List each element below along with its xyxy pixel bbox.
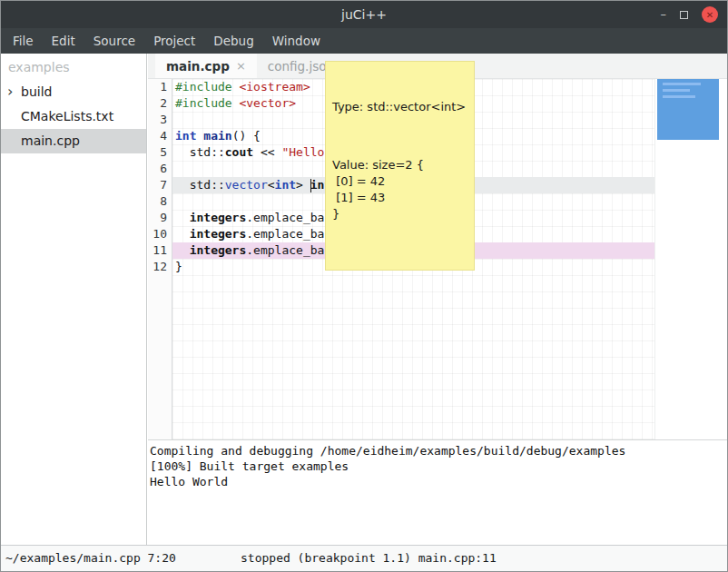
output-line: Compiling and debugging /home/eidheim/ex… <box>150 443 727 459</box>
line-number: 6 <box>148 161 167 177</box>
status-file-position: ~/examples/main.cpp 7:20 <box>5 546 176 571</box>
file-explorer-sidebar: examples ›buildCMakeLists.txtmain.cpp <box>1 54 146 545</box>
menu-item-edit[interactable]: Edit <box>43 28 84 54</box>
tree-item-label: build <box>21 84 52 99</box>
tree-item-main-cpp[interactable]: main.cpp <box>1 129 146 153</box>
tree-item-build[interactable]: ›build <box>1 80 146 104</box>
output-line: [100%] Built target examples <box>150 459 727 474</box>
menu-bar: FileEditSourceProjectDebugWindow <box>1 28 727 54</box>
window-controls: – ✕ <box>661 1 719 28</box>
close-tab-icon[interactable]: × <box>236 59 246 73</box>
tooltip-value-line: } <box>332 206 466 222</box>
line-number: 2 <box>148 95 167 112</box>
tab-main-cpp[interactable]: main.cpp× <box>155 54 257 78</box>
chevron-right-icon: › <box>7 79 13 104</box>
line-number: 10 <box>148 226 167 242</box>
line-number: 4 <box>148 128 167 144</box>
file-tree: ›buildCMakeLists.txtmain.cpp <box>1 80 146 153</box>
app-window: juCi++ – ✕ FileEditSourceProjectDebugWin… <box>0 0 728 572</box>
tooltip-value-line: [1] = 43 <box>332 190 466 206</box>
line-number-gutter: 123456789101112 <box>148 79 172 439</box>
line-number: 11 <box>148 242 167 259</box>
title-bar: juCi++ – ✕ <box>1 1 727 28</box>
tooltip-type: Type: std::vector<int> <box>332 99 466 115</box>
line-number: 8 <box>148 193 167 210</box>
menu-item-source[interactable]: Source <box>84 28 144 54</box>
close-icon[interactable]: ✕ <box>702 6 718 23</box>
tree-item-cmakelists-txt[interactable]: CMakeLists.txt <box>1 104 146 129</box>
debug-value-tooltip: Type: std::vector<int> Value: size=2 { [… <box>325 61 475 271</box>
output-panel[interactable]: Compiling and debugging /home/eidheim/ex… <box>148 441 727 545</box>
restore-icon[interactable] <box>680 11 688 19</box>
tab-label: main.cpp <box>166 59 230 74</box>
project-name: examples <box>1 54 146 80</box>
line-number: 7 <box>148 177 167 193</box>
tooltip-value-line: [0] = 42 <box>332 173 466 190</box>
minimize-icon[interactable]: – <box>661 1 667 28</box>
line-number: 1 <box>148 79 167 95</box>
tab-label: config.json <box>268 59 334 74</box>
status-bar: ~/examples/main.cpp 7:20 stopped (breakp… <box>1 545 727 571</box>
tree-item-label: CMakeLists.txt <box>21 109 113 123</box>
minimap-code-lines <box>657 83 719 98</box>
line-number: 9 <box>148 210 167 226</box>
output-line: Hello World <box>150 474 727 489</box>
window-title: juCi++ <box>341 7 387 22</box>
menu-item-window[interactable]: Window <box>263 28 330 54</box>
menu-item-debug[interactable]: Debug <box>204 28 262 54</box>
tooltip-value: Value: size=2 { [0] = 42 [1] = 43} <box>332 157 466 222</box>
status-debug-state: stopped (breakpoint 1.1) main.cpp:11 <box>241 546 497 571</box>
menu-item-file[interactable]: File <box>4 28 43 54</box>
line-number: 3 <box>148 112 167 128</box>
menu-item-project[interactable]: Project <box>144 28 204 54</box>
line-number: 5 <box>148 144 167 161</box>
tooltip-value-line: Value: size=2 { <box>332 157 466 173</box>
minimap-viewport[interactable] <box>657 79 719 140</box>
source-minimap <box>654 79 727 439</box>
tree-item-label: main.cpp <box>21 133 80 148</box>
line-number: 12 <box>148 259 167 275</box>
